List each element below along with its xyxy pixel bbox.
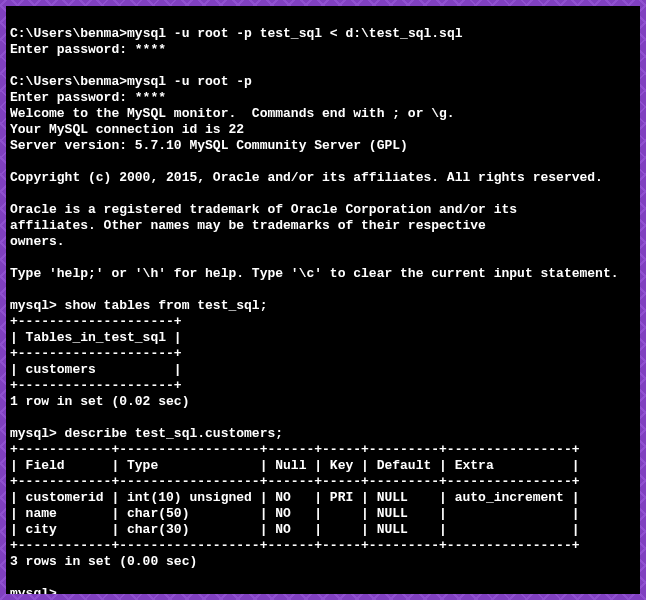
connection-id-line: Your MySQL connection id is 22 <box>10 122 244 137</box>
terminal[interactable]: C:\Users\benma>mysql -u root -p test_sql… <box>6 6 640 594</box>
password-line-2: Enter password: **** <box>10 90 166 105</box>
help-line: Type 'help;' or '\h' for help. Type '\c'… <box>10 266 619 281</box>
trademark-line-1: Oracle is a registered trademark of Orac… <box>10 202 517 217</box>
mysql-prompt-cmd-2: mysql> describe test_sql.customers; <box>10 426 283 441</box>
table1-row: | customers | <box>10 362 182 377</box>
table2-border: +------------+------------------+------+… <box>10 474 580 489</box>
welcome-line: Welcome to the MySQL monitor. Commands e… <box>10 106 455 121</box>
table2-border: +------------+------------------+------+… <box>10 442 580 457</box>
shell-prompt-1: C:\Users\benma>mysql -u root -p test_sql… <box>10 26 463 41</box>
table2-row: | customerid | int(10) unsigned | NO | P… <box>10 490 580 505</box>
table1-header: | Tables_in_test_sql | <box>10 330 182 345</box>
table1-result: 1 row in set (0.02 sec) <box>10 394 189 409</box>
trademark-line-2: affiliates. Other names may be trademark… <box>10 218 486 233</box>
table2-row: | city | char(30) | NO | | NULL | | <box>10 522 580 537</box>
mysql-prompt-cmd-1: mysql> show tables from test_sql; <box>10 298 267 313</box>
table2-row: | name | char(50) | NO | | NULL | | <box>10 506 580 521</box>
table2-result: 3 rows in set (0.00 sec) <box>10 554 197 569</box>
password-line-1: Enter password: **** <box>10 42 166 57</box>
table1-border: +--------------------+ <box>10 378 182 393</box>
table1-border: +--------------------+ <box>10 314 182 329</box>
copyright-line: Copyright (c) 2000, 2015, Oracle and/or … <box>10 170 603 185</box>
table2-border: +------------+------------------+------+… <box>10 538 580 553</box>
mysql-prompt-final[interactable]: mysql> <box>10 586 57 594</box>
shell-prompt-2: C:\Users\benma>mysql -u root -p <box>10 74 252 89</box>
server-version-line: Server version: 5.7.10 MySQL Community S… <box>10 138 408 153</box>
table1-border: +--------------------+ <box>10 346 182 361</box>
trademark-line-3: owners. <box>10 234 65 249</box>
table2-header: | Field | Type | Null | Key | Default | … <box>10 458 580 473</box>
